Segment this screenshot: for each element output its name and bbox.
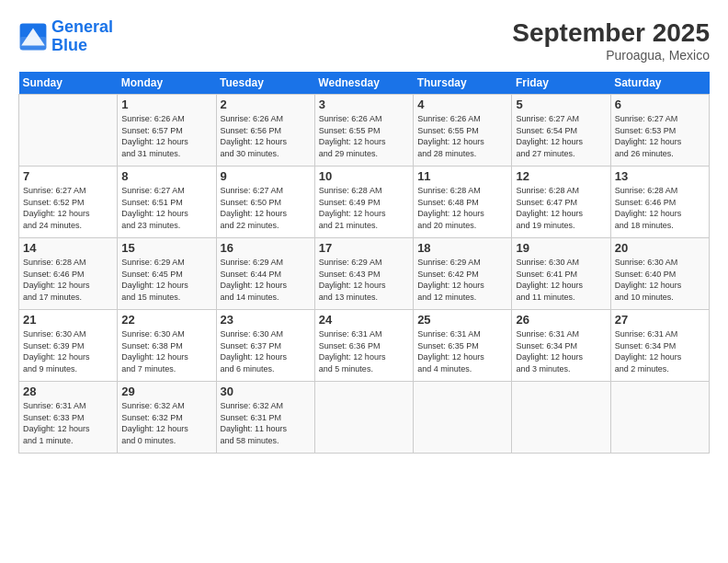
calendar-cell: [512, 382, 610, 454]
svg-rect-2: [20, 37, 47, 50]
day-number: 8: [121, 169, 211, 183]
day-info: Sunrise: 6:29 AM Sunset: 6:44 PM Dayligh…: [221, 257, 311, 303]
calendar-cell: 8Sunrise: 6:27 AM Sunset: 6:51 PM Daylig…: [118, 167, 216, 238]
calendar-cell: 11Sunrise: 6:28 AM Sunset: 6:48 PM Dayli…: [414, 167, 512, 238]
day-number: 30: [221, 385, 311, 398]
calendar-cell: 22Sunrise: 6:30 AM Sunset: 6:38 PM Dayli…: [118, 310, 216, 382]
calendar-cell: 3Sunrise: 6:26 AM Sunset: 6:55 PM Daylig…: [314, 95, 413, 167]
logo-line2: Blue: [51, 37, 113, 55]
title-block: September 2025 Puroagua, Mexico: [512, 18, 710, 63]
day-info: Sunrise: 6:31 AM Sunset: 6:34 PM Dayligh…: [615, 328, 705, 374]
calendar-cell: 9Sunrise: 6:27 AM Sunset: 6:50 PM Daylig…: [216, 167, 314, 238]
day-info: Sunrise: 6:30 AM Sunset: 6:38 PM Dayligh…: [121, 328, 211, 374]
calendar-cell: 14Sunrise: 6:28 AM Sunset: 6:46 PM Dayli…: [19, 238, 118, 310]
calendar-cell: 16Sunrise: 6:29 AM Sunset: 6:44 PM Dayli…: [216, 238, 314, 310]
day-info: Sunrise: 6:28 AM Sunset: 6:49 PM Dayligh…: [319, 185, 409, 231]
day-number: 3: [319, 98, 409, 111]
day-number: 22: [121, 313, 211, 327]
calendar-cell: 4Sunrise: 6:26 AM Sunset: 6:55 PM Daylig…: [414, 95, 512, 167]
weekday-header-row: SundayMondayTuesdayWednesdayThursdayFrid…: [19, 72, 710, 95]
day-info: Sunrise: 6:27 AM Sunset: 6:53 PM Dayligh…: [615, 113, 705, 159]
day-number: 16: [221, 241, 311, 255]
calendar-cell: 23Sunrise: 6:30 AM Sunset: 6:37 PM Dayli…: [216, 310, 314, 382]
calendar-cell: [19, 95, 118, 167]
calendar-cell: 24Sunrise: 6:31 AM Sunset: 6:36 PM Dayli…: [314, 310, 413, 382]
day-info: Sunrise: 6:30 AM Sunset: 6:37 PM Dayligh…: [221, 328, 311, 374]
day-number: 28: [23, 385, 113, 398]
day-info: Sunrise: 6:30 AM Sunset: 6:39 PM Dayligh…: [23, 328, 113, 374]
day-info: Sunrise: 6:27 AM Sunset: 6:52 PM Dayligh…: [23, 185, 113, 231]
day-info: Sunrise: 6:29 AM Sunset: 6:43 PM Dayligh…: [319, 257, 409, 303]
week-row-1: 1Sunrise: 6:26 AM Sunset: 6:57 PM Daylig…: [19, 95, 710, 167]
calendar-cell: 21Sunrise: 6:30 AM Sunset: 6:39 PM Dayli…: [19, 310, 118, 382]
logo: General Blue: [18, 18, 113, 55]
day-number: 1: [121, 98, 211, 111]
week-row-4: 21Sunrise: 6:30 AM Sunset: 6:39 PM Dayli…: [19, 310, 710, 382]
day-info: Sunrise: 6:31 AM Sunset: 6:36 PM Dayligh…: [319, 328, 409, 374]
calendar-cell: 25Sunrise: 6:31 AM Sunset: 6:35 PM Dayli…: [414, 310, 512, 382]
day-number: 19: [516, 241, 606, 255]
day-info: Sunrise: 6:26 AM Sunset: 6:55 PM Dayligh…: [319, 113, 409, 159]
day-number: 27: [615, 313, 705, 327]
day-number: 17: [319, 241, 409, 255]
logo-icon: [18, 22, 48, 52]
calendar-cell: 12Sunrise: 6:28 AM Sunset: 6:47 PM Dayli…: [512, 167, 610, 238]
day-number: 10: [319, 169, 409, 183]
day-number: 14: [23, 241, 113, 255]
calendar-cell: 17Sunrise: 6:29 AM Sunset: 6:43 PM Dayli…: [314, 238, 413, 310]
weekday-header-wednesday: Wednesday: [314, 72, 413, 95]
calendar-cell: [610, 382, 709, 454]
day-number: 9: [221, 169, 311, 183]
week-row-3: 14Sunrise: 6:28 AM Sunset: 6:46 PM Dayli…: [19, 238, 710, 310]
day-info: Sunrise: 6:31 AM Sunset: 6:34 PM Dayligh…: [516, 328, 606, 374]
logo-text: General Blue: [51, 18, 113, 55]
day-number: 15: [121, 241, 211, 255]
calendar-cell: 30Sunrise: 6:32 AM Sunset: 6:31 PM Dayli…: [216, 382, 314, 454]
day-info: Sunrise: 6:28 AM Sunset: 6:46 PM Dayligh…: [615, 185, 705, 231]
day-number: 2: [221, 98, 311, 111]
calendar-cell: 28Sunrise: 6:31 AM Sunset: 6:33 PM Dayli…: [19, 382, 118, 454]
location: Puroagua, Mexico: [512, 48, 710, 63]
calendar-cell: 29Sunrise: 6:32 AM Sunset: 6:32 PM Dayli…: [118, 382, 216, 454]
calendar-cell: 7Sunrise: 6:27 AM Sunset: 6:52 PM Daylig…: [19, 167, 118, 238]
day-info: Sunrise: 6:26 AM Sunset: 6:56 PM Dayligh…: [221, 113, 311, 159]
day-info: Sunrise: 6:27 AM Sunset: 6:50 PM Dayligh…: [221, 185, 311, 231]
calendar-cell: 15Sunrise: 6:29 AM Sunset: 6:45 PM Dayli…: [118, 238, 216, 310]
calendar-cell: 19Sunrise: 6:30 AM Sunset: 6:41 PM Dayli…: [512, 238, 610, 310]
day-number: 25: [417, 313, 507, 327]
calendar-cell: [314, 382, 413, 454]
month-title: September 2025: [512, 18, 710, 48]
calendar-cell: 5Sunrise: 6:27 AM Sunset: 6:54 PM Daylig…: [512, 95, 610, 167]
calendar-cell: 27Sunrise: 6:31 AM Sunset: 6:34 PM Dayli…: [610, 310, 709, 382]
calendar-cell: 6Sunrise: 6:27 AM Sunset: 6:53 PM Daylig…: [610, 95, 709, 167]
day-number: 4: [417, 98, 507, 111]
week-row-2: 7Sunrise: 6:27 AM Sunset: 6:52 PM Daylig…: [19, 167, 710, 238]
day-info: Sunrise: 6:31 AM Sunset: 6:35 PM Dayligh…: [417, 328, 507, 374]
day-info: Sunrise: 6:30 AM Sunset: 6:40 PM Dayligh…: [615, 257, 705, 303]
calendar-cell: 2Sunrise: 6:26 AM Sunset: 6:56 PM Daylig…: [216, 95, 314, 167]
day-info: Sunrise: 6:26 AM Sunset: 6:55 PM Dayligh…: [417, 113, 507, 159]
weekday-header-friday: Friday: [512, 72, 610, 95]
weekday-header-monday: Monday: [118, 72, 216, 95]
calendar-cell: [414, 382, 512, 454]
day-info: Sunrise: 6:28 AM Sunset: 6:47 PM Dayligh…: [516, 185, 606, 231]
day-number: 18: [417, 241, 507, 255]
day-info: Sunrise: 6:27 AM Sunset: 6:51 PM Dayligh…: [121, 185, 211, 231]
page-header: General Blue September 2025 Puroagua, Me…: [18, 18, 710, 63]
weekday-header-sunday: Sunday: [19, 72, 118, 95]
calendar-cell: 10Sunrise: 6:28 AM Sunset: 6:49 PM Dayli…: [314, 167, 413, 238]
weekday-header-thursday: Thursday: [414, 72, 512, 95]
day-number: 13: [615, 169, 705, 183]
day-number: 7: [23, 169, 113, 183]
weekday-header-tuesday: Tuesday: [216, 72, 314, 95]
day-number: 6: [615, 98, 705, 111]
calendar-table: SundayMondayTuesdayWednesdayThursdayFrid…: [18, 72, 710, 454]
calendar-cell: 13Sunrise: 6:28 AM Sunset: 6:46 PM Dayli…: [610, 167, 709, 238]
day-number: 12: [516, 169, 606, 183]
day-number: 24: [319, 313, 409, 327]
day-number: 23: [221, 313, 311, 327]
calendar-cell: 26Sunrise: 6:31 AM Sunset: 6:34 PM Dayli…: [512, 310, 610, 382]
day-info: Sunrise: 6:29 AM Sunset: 6:45 PM Dayligh…: [121, 257, 211, 303]
logo-line1: General: [51, 17, 113, 36]
day-info: Sunrise: 6:32 AM Sunset: 6:32 PM Dayligh…: [121, 400, 211, 446]
